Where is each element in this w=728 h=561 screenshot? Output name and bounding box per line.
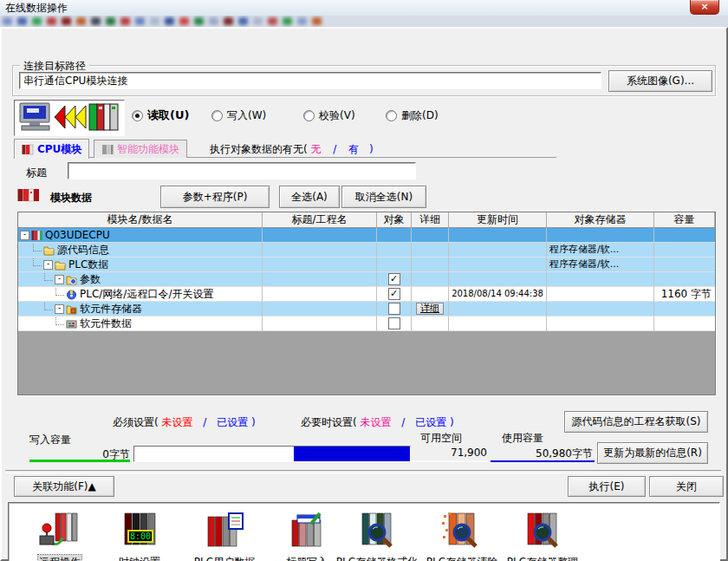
size-cell xyxy=(654,243,715,258)
module-name: 软元件存储器 xyxy=(80,302,142,316)
table-row[interactable]: -软元件存储器详细 xyxy=(18,302,715,316)
module-table-body: -Q03UDECPU源代码信息程序存储器/软...-PLC数据程序存储器/软..… xyxy=(18,228,715,331)
title-input[interactable] xyxy=(68,162,416,179)
updated-time-cell xyxy=(449,316,547,331)
system-image-button[interactable]: 系统图像(G)... xyxy=(608,70,712,92)
close-dialog-button[interactable]: 关闭 xyxy=(649,476,724,497)
table-row[interactable]: -PLC数据程序存储器/软... xyxy=(18,258,715,272)
detail-cell xyxy=(412,316,449,331)
mode-radio-0[interactable]: 读取(U) xyxy=(132,108,211,123)
mode-radio-1[interactable]: 写入(W) xyxy=(211,108,303,123)
module-data-table: 模块名/数据名标题/工程名对象详细更新时间对象存储器容量 -Q03UDECPU源… xyxy=(17,212,716,395)
devmem-icon xyxy=(66,303,77,315)
toolbar-item-label: 远程操作 xyxy=(38,555,81,561)
target-cell: ✓ xyxy=(377,287,412,302)
write-capacity-value: 0字节 xyxy=(81,447,130,462)
table-row[interactable]: -Q03UDECPU xyxy=(18,228,715,243)
module-name-cell: 软元件数据 xyxy=(18,316,263,331)
module-name-cell: 源代码信息 xyxy=(18,243,263,258)
detail-cell xyxy=(412,228,449,243)
used-capacity-label: 使用容量 xyxy=(502,431,543,446)
param-icon xyxy=(66,274,77,285)
target-cell xyxy=(377,302,412,316)
target-checkbox[interactable] xyxy=(388,317,400,329)
refresh-info-button[interactable]: 更新为最新的信息(R) xyxy=(597,442,708,464)
updated-time-cell xyxy=(449,302,547,316)
title-bar: 在线数据操作 × xyxy=(0,0,728,16)
background-toolbar-blur xyxy=(0,16,728,27)
free-space-underline xyxy=(412,460,488,462)
used-capacity-value: 50,980字节 xyxy=(491,447,593,461)
tab-intelligent-module[interactable]: 智能功能模块 xyxy=(94,140,187,158)
optional-setting-status: 必要时设置( 未设置 / 已设置 ) xyxy=(301,415,454,430)
connection-path-input[interactable] xyxy=(19,72,601,89)
tree-expander[interactable]: - xyxy=(55,304,64,314)
table-row[interactable]: 软元件数据 xyxy=(18,316,715,331)
table-row[interactable]: 源代码信息程序存储器/软... xyxy=(18,243,715,258)
folder-icon xyxy=(43,245,55,256)
toolbar-item-label: PLC用户数据 xyxy=(177,555,272,561)
free-space-label: 可用空间 xyxy=(420,431,462,446)
tree-expander[interactable]: - xyxy=(20,231,29,240)
execute-button[interactable]: 执行(E) xyxy=(568,476,646,497)
title-field-label: 标题 xyxy=(26,166,47,180)
optional-not-set: 未设置 xyxy=(361,416,392,428)
mode-radio-3[interactable]: 删除(D) xyxy=(386,108,439,123)
title-project-cell xyxy=(263,316,377,331)
optional-set: 已设置 xyxy=(415,416,446,428)
related-functions-panel: 远程操作8:00时钟设置PLC用户数据标题写入PLC存储器格式化PLC存储器清除… xyxy=(8,502,720,561)
tree-expander[interactable]: - xyxy=(43,260,53,270)
related-functions-button[interactable]: 关联功能(F)▲ xyxy=(14,476,114,497)
get-project-name-button[interactable]: 源代码信息的工程名获取(S) xyxy=(564,411,708,433)
optional-prefix: 必要时设置( xyxy=(301,416,357,428)
target-cell xyxy=(377,316,412,331)
select-all-button[interactable]: 全选(A) xyxy=(279,186,340,208)
radio-icon xyxy=(132,110,143,121)
title-project-cell xyxy=(263,302,377,316)
tree-line xyxy=(55,317,64,325)
radio-label: 删除(D) xyxy=(401,108,439,123)
toolbar-item-label: PLC存储器格式化 xyxy=(329,555,425,561)
title-project-cell xyxy=(263,243,377,258)
detail-button[interactable]: 详细 xyxy=(416,303,444,315)
target-memory-cell xyxy=(547,287,654,302)
table-row[interactable]: -参数✓ xyxy=(18,272,715,287)
module-table-header: 模块名/数据名标题/工程名对象详细更新时间对象存储器容量 xyxy=(18,212,715,228)
target-memory-cell xyxy=(547,302,654,316)
target-memory-cell xyxy=(547,228,654,243)
exec-slash: / xyxy=(333,143,336,155)
exec-none: 无 xyxy=(311,143,322,155)
radio-icon xyxy=(211,110,223,121)
target-checkbox[interactable]: ✓ xyxy=(388,273,400,285)
column-header: 详细 xyxy=(412,212,449,228)
target-checkbox[interactable]: ✓ xyxy=(388,288,400,300)
tree-expander[interactable]: - xyxy=(55,275,64,284)
dialog-body: 连接目标路径 系统图像(G)... 读取(U)写入(W)校验(V)删除 xyxy=(0,27,728,561)
toolbar-item-arrange[interactable]: PLC存储器整理 xyxy=(495,506,590,561)
clock-icon: 8:00 xyxy=(92,506,187,553)
toolbar-item-label: PLC存储器整理 xyxy=(495,555,590,561)
size-cell xyxy=(654,272,715,287)
target-memory-cell xyxy=(547,272,654,287)
svg-text:8:00: 8:00 xyxy=(130,532,151,541)
target-checkbox[interactable] xyxy=(388,303,400,315)
deselect-all-button[interactable]: 取消全选(N) xyxy=(341,186,426,208)
table-row[interactable]: PLC/网络/远程口令/开关设置✓2018/08/14 09:44:381160… xyxy=(18,287,715,302)
module-name: 参数 xyxy=(80,272,101,286)
size-cell: 1160 字节 xyxy=(654,287,715,302)
close-button[interactable]: × xyxy=(690,0,719,15)
mode-radio-group: 读取(U)写入(W)校验(V)删除(D) xyxy=(132,105,600,126)
footer-separator xyxy=(5,470,721,473)
module-name-cell: -PLC数据 xyxy=(18,258,263,272)
radio-label: 读取(U) xyxy=(147,108,189,123)
param-program-button[interactable]: 参数+程序(P) xyxy=(160,186,270,208)
toolbar-item-userdata[interactable]: PLC用户数据 xyxy=(177,506,272,561)
toolbar-item-format[interactable]: PLC存储器格式化 xyxy=(329,506,425,561)
mode-radio-2[interactable]: 校验(V) xyxy=(303,108,386,123)
column-header: 更新时间 xyxy=(449,212,547,228)
toolbar-item-clock[interactable]: 8:00时钟设置 xyxy=(92,506,187,561)
tab-cpu-module[interactable]: CPU模块 xyxy=(14,139,89,159)
optional-slash: / xyxy=(401,416,405,428)
tab-intelligent-label: 智能功能模块 xyxy=(117,142,179,157)
updated-time-cell xyxy=(449,272,547,287)
